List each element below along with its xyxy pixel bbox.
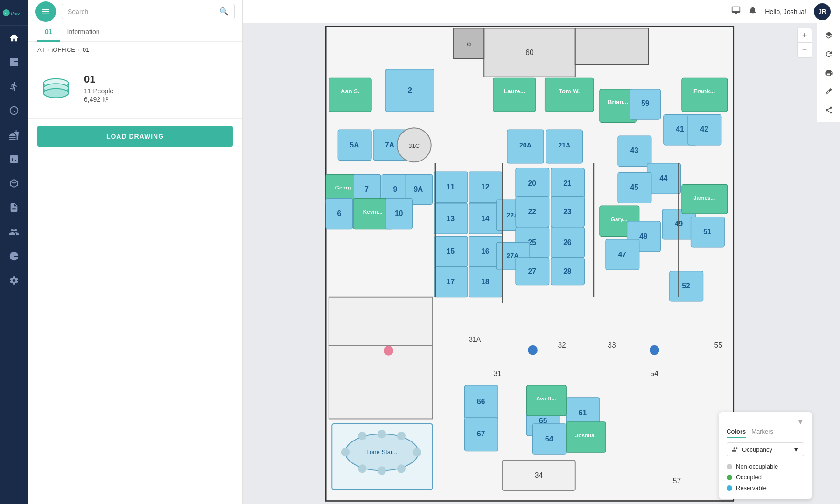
breadcrumb-sep-2: ›	[78, 47, 80, 53]
search-tabs: 01 Information	[28, 23, 242, 42]
svg-text:9: 9	[393, 185, 398, 193]
right-tool-layers[interactable]	[819, 27, 838, 44]
user-avatar[interactable]: JR	[814, 3, 831, 20]
breadcrumb-sep-1: ›	[47, 47, 49, 53]
sidebar-item-home[interactable]	[0, 26, 28, 50]
svg-text:32: 32	[558, 341, 566, 349]
sidebar-item-analytics[interactable]	[0, 147, 28, 171]
breadcrumb: All › iOFFICE › 01	[28, 42, 242, 58]
svg-text:17: 17	[447, 278, 455, 286]
legend-label-non-occupiable: Non-occupiable	[736, 463, 778, 470]
occupancy-dropdown[interactable]: Occupancy ▼	[727, 442, 804, 456]
colors-tab-colors[interactable]: Colors	[727, 428, 746, 438]
svg-text:Gary...: Gary...	[611, 216, 628, 222]
search-input-container[interactable]: 🔍	[62, 4, 235, 19]
svg-text:Frank...: Frank...	[693, 88, 715, 95]
svg-text:21A: 21A	[558, 141, 570, 149]
svg-text:23: 23	[563, 208, 572, 216]
svg-text:14: 14	[481, 215, 490, 223]
legend-dot-occupied	[727, 475, 732, 480]
svg-text:54: 54	[651, 370, 659, 378]
sidebar-item-pie-chart[interactable]	[0, 244, 28, 268]
right-tool-ruler[interactable]	[819, 83, 838, 100]
sidebar: o ffice	[0, 0, 28, 504]
right-toolbar	[817, 23, 840, 122]
svg-text:34: 34	[535, 471, 543, 479]
svg-text:47: 47	[618, 251, 626, 259]
svg-text:41: 41	[676, 125, 684, 133]
search-input[interactable]	[68, 8, 219, 15]
search-magnifier-icon: 🔍	[219, 7, 229, 16]
svg-text:⚙: ⚙	[466, 41, 472, 48]
svg-text:66: 66	[477, 398, 485, 406]
svg-text:16: 16	[481, 247, 490, 255]
svg-text:27: 27	[528, 267, 536, 275]
svg-point-121	[413, 448, 421, 456]
svg-text:ffice: ffice	[11, 11, 20, 15]
svg-text:18: 18	[481, 278, 490, 286]
svg-text:9A: 9A	[413, 185, 423, 193]
svg-text:26: 26	[563, 238, 572, 246]
svg-text:Lone Star...: Lone Star...	[366, 448, 398, 455]
load-drawing-button[interactable]: LOAD DRAWING	[37, 126, 233, 147]
sidebar-item-settings[interactable]	[0, 268, 28, 293]
top-bar: Hello, Joshua! JR	[243, 0, 840, 23]
svg-text:52: 52	[682, 282, 690, 290]
sidebar-item-team[interactable]	[0, 220, 28, 244]
svg-text:Ava R...: Ava R...	[536, 395, 556, 401]
svg-point-125	[358, 464, 366, 473]
breadcrumb-all[interactable]: All	[37, 46, 44, 53]
right-tool-refresh[interactable]	[819, 46, 838, 63]
svg-text:Tom W.: Tom W.	[559, 88, 580, 95]
svg-text:57: 57	[673, 477, 681, 485]
svg-point-122	[358, 432, 366, 440]
svg-text:31A: 31A	[469, 336, 481, 343]
sidebar-item-food[interactable]	[0, 123, 28, 147]
breadcrumb-ioffice[interactable]: iOFFICE	[51, 46, 75, 53]
svg-text:10: 10	[395, 210, 403, 217]
svg-text:44: 44	[659, 175, 668, 182]
svg-text:22: 22	[528, 208, 537, 216]
tab-information[interactable]: Information	[60, 23, 107, 42]
colors-tab-markers[interactable]: Markers	[751, 428, 773, 438]
colors-panel: ▼ Colors Markers Occupancy ▼ Non-occupia…	[719, 412, 812, 499]
svg-text:31C: 31C	[408, 142, 420, 149]
svg-text:33: 33	[608, 341, 616, 349]
sidebar-item-assets[interactable]	[0, 171, 28, 196]
zoom-out-button[interactable]: −	[797, 43, 812, 58]
svg-text:o: o	[5, 11, 7, 15]
svg-text:6: 6	[337, 210, 342, 217]
floor-name: 01	[84, 73, 233, 85]
svg-text:Georg...: Georg...	[335, 184, 356, 190]
svg-text:43: 43	[630, 147, 639, 154]
svg-rect-15	[329, 78, 371, 112]
svg-text:64: 64	[545, 435, 553, 443]
svg-text:20A: 20A	[519, 141, 532, 149]
monitor-icon[interactable]	[731, 6, 741, 17]
colors-panel-collapse[interactable]: ▼	[797, 418, 804, 426]
sidebar-item-reports[interactable]	[0, 196, 28, 220]
svg-text:28: 28	[563, 267, 572, 275]
svg-text:7: 7	[364, 185, 369, 193]
bell-icon[interactable]	[748, 6, 757, 17]
svg-point-152	[528, 345, 538, 355]
svg-text:Laure...: Laure...	[504, 88, 525, 95]
right-tool-share[interactable]	[819, 102, 838, 119]
sidebar-item-dashboard[interactable]	[0, 50, 28, 74]
legend-dot-reservable	[727, 485, 732, 491]
right-tool-print[interactable]	[819, 64, 838, 81]
svg-rect-117	[329, 346, 433, 419]
sidebar-item-people[interactable]	[0, 74, 28, 98]
svg-rect-19	[493, 78, 536, 112]
svg-point-124	[397, 432, 406, 440]
colors-panel-header: Colors Markers	[727, 428, 804, 438]
search-panel: 🔍 01 Information All › iOFFICE › 01 01 1…	[28, 0, 243, 504]
zoom-in-button[interactable]: +	[797, 28, 812, 43]
app-logo[interactable]: o ffice	[0, 0, 28, 26]
svg-text:11: 11	[447, 183, 455, 191]
svg-text:61: 61	[579, 409, 587, 417]
sidebar-item-schedule[interactable]	[0, 98, 28, 123]
svg-point-5	[43, 89, 68, 98]
svg-text:21: 21	[563, 179, 572, 187]
tab-01[interactable]: 01	[37, 23, 60, 42]
